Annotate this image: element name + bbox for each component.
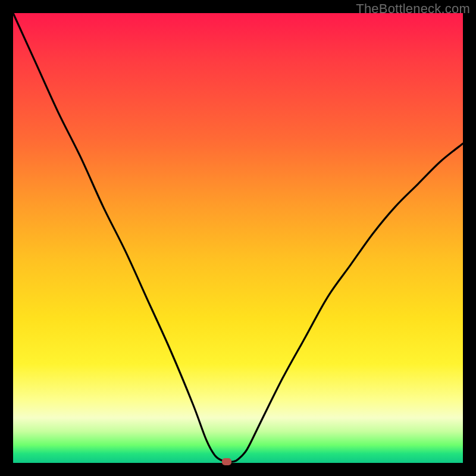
bottleneck-curve bbox=[13, 13, 463, 463]
chart-frame: TheBottleneck.com bbox=[0, 0, 476, 476]
bottleneck-marker bbox=[222, 458, 231, 465]
plot-area bbox=[13, 13, 463, 463]
